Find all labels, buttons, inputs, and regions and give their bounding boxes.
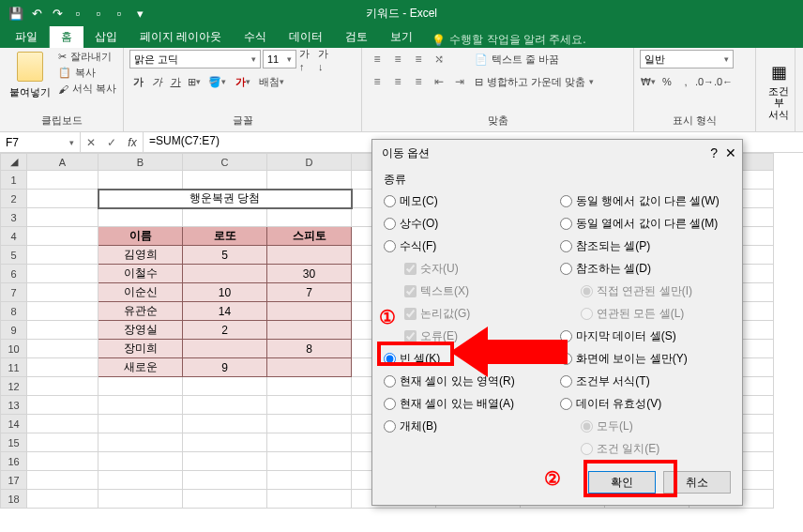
dialog-titlebar[interactable]: 이동 옵션 ? ✕ xyxy=(372,140,742,166)
orientation-button[interactable]: ⤭ xyxy=(430,50,448,68)
radio-visible[interactable]: 화면에 보이는 셀만(Y) xyxy=(560,349,731,368)
data-cell[interactable] xyxy=(183,265,267,283)
font-name-combo[interactable]: 맑은 고딕▾ xyxy=(129,50,261,68)
data-cell[interactable]: 김영희 xyxy=(98,246,183,265)
font-size-combo[interactable]: 11▾ xyxy=(263,50,296,68)
tab-view[interactable]: 보기 xyxy=(379,26,424,48)
data-cell[interactable]: 장영실 xyxy=(98,321,183,340)
increase-indent-button[interactable]: ⇥ xyxy=(450,72,469,91)
radio-col-diff[interactable]: 동일 열에서 값이 다른 셀(M) xyxy=(560,214,731,233)
close-button[interactable]: ✕ xyxy=(725,145,736,160)
row-header[interactable]: 12 xyxy=(1,377,27,396)
merge-center-button[interactable]: ⊟병합하고 가운데 맞춤▾ xyxy=(475,72,594,91)
radio-constant[interactable]: 상수(O) xyxy=(384,214,554,233)
qat-dropdown-icon[interactable]: ▾ xyxy=(131,5,148,22)
radio-last-cell[interactable]: 마지막 데이터 셀(S) xyxy=(560,327,731,345)
radio-row-diff[interactable]: 동일 행에서 값이 다른 셀(W) xyxy=(560,191,731,210)
data-cell[interactable]: 이철수 xyxy=(98,265,183,283)
data-cell[interactable]: 14 xyxy=(183,302,267,321)
radio-precedents[interactable]: 참조되는 셀(P) xyxy=(560,236,731,255)
row-header[interactable]: 16 xyxy=(1,452,27,471)
row-header[interactable]: 10 xyxy=(1,340,27,358)
radio-object[interactable]: 개체(B) xyxy=(384,417,554,435)
table-header[interactable]: 스피토 xyxy=(267,227,352,246)
radio-data-val[interactable]: 데이터 유효성(V) xyxy=(560,394,731,413)
qat-icon-2[interactable]: ▫ xyxy=(90,5,107,22)
radio-dependents[interactable]: 참조하는 셀(D) xyxy=(560,259,731,278)
radio-memo[interactable]: 메모(C) xyxy=(384,191,554,210)
cut-button[interactable]: ✂잘라내기 xyxy=(58,50,116,64)
tab-formulas[interactable]: 수식 xyxy=(233,26,278,48)
col-header[interactable]: D xyxy=(267,154,352,171)
col-header[interactable]: A xyxy=(27,154,98,171)
percent-button[interactable]: % xyxy=(659,72,675,91)
cancel-formula-button[interactable]: ✕ xyxy=(81,132,101,153)
redo-icon[interactable]: ↷ xyxy=(49,5,66,22)
radio-cond-fmt[interactable]: 조건부 서식(T) xyxy=(560,372,731,390)
tab-data[interactable]: 데이터 xyxy=(278,26,334,48)
row-header[interactable]: 3 xyxy=(1,208,27,227)
accounting-button[interactable]: ₩▾ xyxy=(640,72,657,91)
row-header[interactable]: 5 xyxy=(1,246,27,265)
cancel-button[interactable]: 취소 xyxy=(663,471,731,494)
data-cell[interactable]: 7 xyxy=(267,283,352,302)
data-cell[interactable] xyxy=(183,340,267,358)
row-header[interactable]: 17 xyxy=(1,471,27,490)
increase-decimal-button[interactable]: .0→ xyxy=(696,72,713,91)
qat-icon-1[interactable]: ▫ xyxy=(69,5,86,22)
data-cell[interactable]: 유관순 xyxy=(98,302,183,321)
enter-formula-button[interactable]: ✓ xyxy=(101,132,122,153)
data-cell[interactable] xyxy=(267,358,352,377)
border-button[interactable]: ⊞▾ xyxy=(186,72,203,91)
phonetic-button[interactable]: 배첨▾ xyxy=(257,72,285,91)
col-header[interactable]: C xyxy=(183,154,267,171)
row-header[interactable]: 1 xyxy=(1,171,27,190)
increase-font-button[interactable]: 가↑ xyxy=(298,50,315,68)
paste-button[interactable]: 붙여넣기 xyxy=(6,50,54,112)
underline-button[interactable]: 가 xyxy=(167,72,184,91)
font-color-button[interactable]: 가▾ xyxy=(231,72,255,91)
row-header[interactable]: 4 xyxy=(1,227,27,246)
row-header[interactable]: 6 xyxy=(1,265,27,283)
data-cell[interactable]: 10 xyxy=(183,283,267,302)
data-cell[interactable]: 8 xyxy=(267,340,352,358)
row-header[interactable]: 9 xyxy=(1,321,27,340)
number-format-combo[interactable]: 일반▾ xyxy=(640,50,734,68)
tab-page-layout[interactable]: 페이지 레이아웃 xyxy=(129,26,233,48)
align-right-button[interactable]: ≡ xyxy=(409,72,428,91)
row-header[interactable]: 18 xyxy=(1,490,27,509)
bold-button[interactable]: 가 xyxy=(129,72,146,91)
align-top-button[interactable]: ≡ xyxy=(368,50,386,68)
data-cell[interactable]: 이순신 xyxy=(98,283,183,302)
help-button[interactable]: ? xyxy=(710,145,718,160)
copy-button[interactable]: 📋복사 xyxy=(58,66,116,80)
tab-review[interactable]: 검토 xyxy=(334,26,379,48)
save-icon[interactable]: 💾 xyxy=(8,5,24,22)
insert-function-button[interactable]: fx xyxy=(122,132,143,153)
select-all-corner[interactable]: ◢ xyxy=(1,154,27,171)
wrap-text-button[interactable]: 📄텍스트 줄 바꿈 xyxy=(475,50,594,68)
radio-formula[interactable]: 수식(F) xyxy=(384,236,554,255)
table-header[interactable]: 로또 xyxy=(183,227,267,246)
data-cell[interactable]: 2 xyxy=(183,321,267,340)
decrease-decimal-button[interactable]: .0← xyxy=(715,72,732,91)
row-header[interactable]: 11 xyxy=(1,358,27,377)
tab-insert[interactable]: 삽입 xyxy=(83,26,129,48)
data-cell[interactable] xyxy=(267,321,352,340)
conditional-formatting-button[interactable]: ▦ 조건부 서식 xyxy=(765,59,792,119)
row-header[interactable]: 7 xyxy=(1,283,27,302)
row-header[interactable]: 2 xyxy=(1,190,27,208)
tab-home[interactable]: 홈 xyxy=(50,26,83,48)
align-left-button[interactable]: ≡ xyxy=(368,72,386,91)
col-header[interactable]: B xyxy=(98,154,183,171)
align-center-button[interactable]: ≡ xyxy=(388,72,407,91)
data-cell[interactable]: 30 xyxy=(267,265,352,283)
fill-color-button[interactable]: 🪣▾ xyxy=(205,72,229,91)
undo-icon[interactable]: ↶ xyxy=(28,5,45,22)
data-cell[interactable]: 5 xyxy=(183,246,267,265)
name-box[interactable]: F7▾ xyxy=(0,132,81,152)
italic-button[interactable]: 가 xyxy=(148,72,165,91)
align-middle-button[interactable]: ≡ xyxy=(388,50,407,68)
table-header[interactable]: 이름 xyxy=(98,227,183,246)
tab-file[interactable]: 파일 xyxy=(4,26,50,48)
